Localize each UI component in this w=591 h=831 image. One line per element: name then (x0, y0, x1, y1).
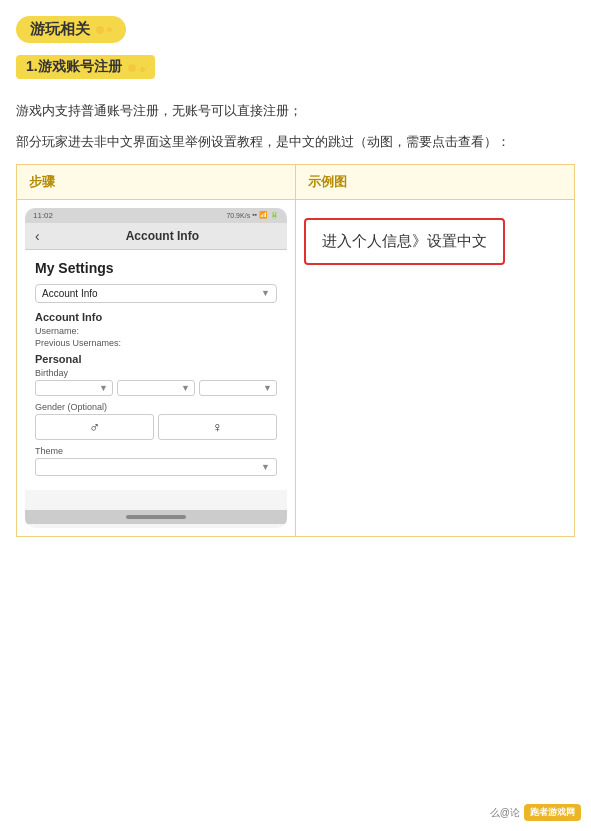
chevron-month-icon: ▼ (99, 383, 108, 393)
gender-female-btn[interactable]: ♀ (158, 414, 277, 440)
section-dot2 (140, 67, 145, 72)
watermark: 么@论 跑者游戏网 (490, 804, 581, 821)
example-cell: 进入个人信息》设置中文 (296, 199, 575, 536)
nav-title: Account Info (48, 229, 277, 243)
body-text-2: 部分玩家进去非中文界面这里举例设置教程，是中文的跳过（动图，需要点击查看）： (16, 130, 575, 153)
section-title: 1.游戏账号注册 (16, 55, 155, 79)
gender-label: Gender (Optional) (35, 402, 277, 412)
account-info-section-label: Account Info (35, 311, 277, 323)
birthday-month-select[interactable]: ▼ (35, 380, 113, 396)
steps-cell: 11:02 70.9K/s ▪▪ 📶 🔋 ‹ Account Info My S… (17, 199, 296, 536)
dot-decoration (96, 26, 112, 34)
theme-label: Theme (35, 446, 277, 456)
annotation-text: 进入个人信息》设置中文 (322, 232, 487, 249)
personal-section-label: Personal (35, 353, 277, 365)
section-dot1 (128, 64, 136, 72)
account-info-dropdown[interactable]: Account Info ▼ (35, 284, 277, 303)
my-settings-heading: My Settings (35, 260, 277, 276)
theme-dropdown[interactable]: ▼ (35, 458, 277, 476)
section-dot-decoration (128, 59, 145, 75)
chevron-down-icon: ▼ (261, 288, 270, 298)
chevron-day-icon: ▼ (181, 383, 190, 393)
home-indicator (126, 515, 186, 519)
gender-male-btn[interactable]: ♂ (35, 414, 154, 440)
youwan-tag-label: 游玩相关 (30, 20, 90, 39)
phone-status-bar: 11:02 70.9K/s ▪▪ 📶 🔋 (25, 208, 287, 223)
chevron-theme-icon: ▼ (261, 462, 270, 472)
status-network: 70.9K/s (226, 212, 250, 219)
male-icon: ♂ (89, 419, 100, 435)
phone-mockup: 11:02 70.9K/s ▪▪ 📶 🔋 ‹ Account Info My S… (25, 208, 287, 528)
table-col1-header: 步骤 (17, 164, 296, 199)
phone-nav-bar: ‹ Account Info (25, 223, 287, 250)
birthday-row: ▼ ▼ ▼ (35, 380, 277, 396)
back-arrow-icon[interactable]: ‹ (35, 228, 40, 244)
dot1 (96, 26, 104, 34)
phone-bottom-bar (25, 510, 287, 524)
steps-table: 步骤 示例图 11:02 70.9K/s ▪▪ 📶 🔋 (16, 164, 575, 537)
phone-content: My Settings Account Info ▼ Account Info … (25, 250, 287, 490)
gender-row: ♂ ♀ (35, 414, 277, 440)
table-col2-header: 示例图 (296, 164, 575, 199)
body-text-1: 游戏内支持普通账号注册，无账号可以直接注册； (16, 99, 575, 122)
status-signal-icons: ▪▪ 📶 🔋 (252, 211, 279, 219)
watermark-logo: 跑者游戏网 (524, 804, 581, 821)
table-row: 11:02 70.9K/s ▪▪ 📶 🔋 ‹ Account Info My S… (17, 199, 575, 536)
female-icon: ♀ (212, 419, 223, 435)
birthday-day-select[interactable]: ▼ (117, 380, 195, 396)
birthday-year-select[interactable]: ▼ (199, 380, 277, 396)
status-time: 11:02 (33, 211, 53, 220)
chevron-year-icon: ▼ (263, 383, 272, 393)
section-title-label: 1.游戏账号注册 (26, 58, 122, 76)
dot2 (107, 27, 112, 32)
watermark-left: 么@论 (490, 806, 520, 820)
status-icons: 70.9K/s ▪▪ 📶 🔋 (226, 211, 279, 219)
annotation-box: 进入个人信息》设置中文 (304, 218, 505, 265)
username-label: Username: (35, 326, 277, 336)
birthday-label: Birthday (35, 368, 277, 378)
dropdown-value: Account Info (42, 288, 98, 299)
prev-username-label: Previous Usernames: (35, 338, 277, 348)
youwan-tag: 游玩相关 (16, 16, 126, 43)
